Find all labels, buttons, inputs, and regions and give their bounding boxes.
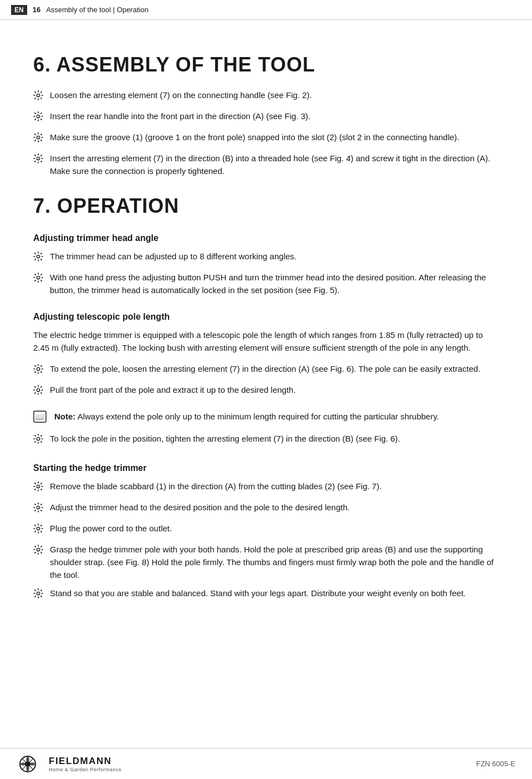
brand-logo <box>17 753 43 775</box>
telescopic-para: The electric hedge trimmer is equipped w… <box>33 329 499 355</box>
list-item: Remove the blade scabbard (1) in the dir… <box>33 480 499 495</box>
bullet-text: The trimmer head can be adjusted up to 8… <box>50 250 499 263</box>
bullet-text: Plug the power cord to the outlet. <box>50 522 499 535</box>
gear-icon <box>33 152 45 167</box>
svg-point-7 <box>29 762 35 766</box>
footer-model: FZN 6005-E <box>476 760 515 768</box>
trimmer-angle-list: The trimmer head can be adjusted up to 8… <box>33 250 499 297</box>
telescopic-list2: To lock the pole in the position, tighte… <box>33 432 499 448</box>
gear-icon <box>33 131 45 146</box>
sub-heading-trimmer-angle: Adjusting trimmer head angle <box>33 233 499 243</box>
svg-point-6 <box>21 762 26 766</box>
bullet-text: To lock the pole in the position, tighte… <box>50 432 499 445</box>
section7-heading: 7. OPERATION <box>33 194 499 218</box>
gear-icon <box>33 433 45 448</box>
footer-brand: FIELDMANN Home & Garden Performance <box>49 756 122 772</box>
bullet-text: Pull the front part of the pole and extr… <box>50 383 499 396</box>
footer: FIELDMANN Home & Garden Performance FZN … <box>0 748 532 779</box>
list-item: Loosen the arresting element (7) on the … <box>33 89 499 104</box>
gear-icon <box>33 587 45 602</box>
list-item: Adjust the trimmer head to the desired p… <box>33 501 499 516</box>
bullet-text: Grasp the hedge trimmer pole with your b… <box>50 543 499 582</box>
note-body: Always extend the pole only up to the mi… <box>78 412 439 421</box>
start-list: Remove the blade scabbard (1) in the dir… <box>33 480 499 603</box>
gear-icon <box>33 384 45 399</box>
svg-point-5 <box>26 766 29 771</box>
list-item: Pull the front part of the pole and extr… <box>33 383 499 399</box>
bullet-text: Adjust the trimmer head to the desired p… <box>50 501 499 514</box>
gear-icon <box>33 110 45 125</box>
section6-bullet-list: Loosen the arresting element (7) on the … <box>33 89 499 178</box>
bullet-text: To extend the pole, loosen the arresting… <box>50 362 499 375</box>
svg-text:📖: 📖 <box>34 412 46 422</box>
section6-heading: 6. ASSEMBLY OF THE TOOL <box>33 53 499 76</box>
list-item: Stand so that you are stable and balance… <box>33 587 499 602</box>
list-item: The trimmer head can be adjusted up to 8… <box>33 250 499 265</box>
list-item: With one hand press the adjusting button… <box>33 271 499 297</box>
svg-point-4 <box>26 757 29 762</box>
bullet-text: Remove the blade scabbard (1) in the dir… <box>50 480 499 493</box>
main-content: 6. ASSEMBLY OF THE TOOL Loosen the arres… <box>0 20 532 658</box>
note-icon: 📖 <box>33 411 50 426</box>
list-item: To lock the pole in the position, tighte… <box>33 432 499 448</box>
bullet-text: With one hand press the adjusting button… <box>50 271 499 297</box>
gear-icon <box>33 89 45 104</box>
note-text: Note: Always extend the pole only up to … <box>54 410 499 423</box>
bullet-text: Insert the arresting element (7) in the … <box>50 152 499 178</box>
note-block: 📖 Note: Always extend the pole only up t… <box>33 410 499 426</box>
bullet-text: Stand so that you are stable and balance… <box>50 587 499 599</box>
telescopic-list: To extend the pole, loosen the arresting… <box>33 362 499 399</box>
list-item: Plug the power cord to the outlet. <box>33 522 499 537</box>
page-number: 16 <box>33 6 40 14</box>
brand-sub: Home & Garden Performance <box>49 767 122 772</box>
gear-icon <box>33 544 45 558</box>
note-label: Note: <box>54 412 75 421</box>
bullet-text: Loosen the arresting element (7) on the … <box>50 89 499 101</box>
list-item: Insert the rear handle into the front pa… <box>33 110 499 125</box>
sub-heading-start: Starting the hedge trimmer <box>33 463 499 473</box>
gear-icon <box>33 271 45 286</box>
list-item: To extend the pole, loosen the arresting… <box>33 362 499 378</box>
gear-icon <box>33 250 45 265</box>
gear-icon <box>33 522 45 537</box>
bullet-text: Insert the rear handle into the front pa… <box>50 110 499 122</box>
footer-logo-area: FIELDMANN Home & Garden Performance <box>17 753 122 775</box>
bullet-text: Make sure the groove (1) (groove 1 on th… <box>50 131 499 144</box>
sub-heading-telescopic: Adjusting telescopic pole length <box>33 312 499 322</box>
list-item: Insert the arresting element (7) in the … <box>33 152 499 178</box>
header-bar: EN 16 Assembly of the tool | Operation <box>0 0 532 20</box>
gear-icon <box>33 480 45 495</box>
brand-name: FIELDMANN <box>49 756 122 767</box>
language-badge: EN <box>11 5 27 15</box>
gear-icon <box>33 501 45 516</box>
header-title: Assembly of the tool | Operation <box>46 6 149 14</box>
gear-icon <box>33 363 45 378</box>
list-item: Grasp the hedge trimmer pole with your b… <box>33 543 499 582</box>
list-item: Make sure the groove (1) (groove 1 on th… <box>33 131 499 146</box>
